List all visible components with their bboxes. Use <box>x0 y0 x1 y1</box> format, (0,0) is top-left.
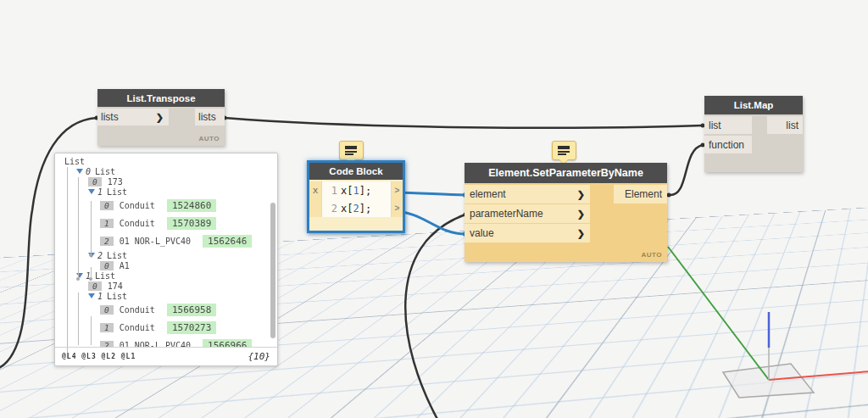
index-badge: 1 <box>100 323 114 332</box>
port-input-parametername[interactable]: parameterName ❯ <box>465 204 590 223</box>
chevron-right-icon: ❯ <box>577 209 585 220</box>
port-input-x[interactable]: x <box>309 181 321 199</box>
port-spacer <box>309 199 321 217</box>
tree-guide <box>91 316 92 345</box>
tree-item: List <box>55 156 269 166</box>
list-tree: List0List01731List0Conduit15248601Condui… <box>55 156 269 347</box>
element-id-chip: 1570273 <box>167 321 216 334</box>
preview-bubble[interactable]: List0List01731List0Conduit15248601Condui… <box>54 153 278 366</box>
tree-branch: 0List <box>55 166 269 176</box>
tree-item: 0173 <box>55 176 269 187</box>
port-output-element[interactable]: Element <box>614 185 667 203</box>
index-badge: 0 <box>100 201 114 210</box>
node-list-transpose[interactable]: List.Transpose lists ❯ lists AUTO <box>97 89 225 146</box>
wire-transpose-to-map[interactable] <box>225 118 703 128</box>
index-badge: 2 <box>100 237 114 246</box>
chevron-right-icon: ❯ <box>577 228 585 239</box>
port-output-lists[interactable]: lists <box>195 109 225 125</box>
element-id-chip: 1566958 <box>167 304 216 316</box>
tree-guide <box>91 201 92 254</box>
dynamo-workspace: List.Transpose lists ❯ lists AUTO List0L… <box>0 0 868 418</box>
chevron-right-icon: ❯ <box>577 189 585 200</box>
port-input-value[interactable]: value ❯ <box>465 224 590 242</box>
element-id-chip: 1562646 <box>203 235 252 248</box>
node-title[interactable]: List.Transpose <box>97 89 225 107</box>
node-list-map[interactable]: List.Map list function list <box>704 96 803 172</box>
tree-item: 0174 <box>55 281 269 291</box>
preview-footer: @L4 @L3 @L2 @L1 {10} <box>55 347 277 365</box>
element-id-chip: 1566966 <box>203 339 252 347</box>
index-badge: 2 <box>100 341 114 347</box>
comment-note-icon[interactable] <box>339 141 364 160</box>
tree-item: 201 NOR-L_PVC401562646 <box>55 232 269 250</box>
comment-note-icon[interactable] <box>552 141 576 160</box>
element-id-chip: 1570389 <box>167 217 216 230</box>
index-badge: 0 <box>88 281 102 291</box>
tree-item: 0A1 <box>55 260 269 270</box>
tree-branch: 1List <box>55 291 269 301</box>
list-count-label: {10} <box>248 351 271 362</box>
tree-item: 0Conduit1524860 <box>55 197 269 215</box>
tree-branch: 1List <box>55 187 269 197</box>
lacing-label[interactable]: AUTO <box>641 251 662 259</box>
tree-guide-dot <box>76 277 80 281</box>
wire-into-parametername[interactable] <box>405 215 465 418</box>
port-output-1[interactable]: > <box>392 181 403 199</box>
wire-element-to-function[interactable] <box>669 145 703 195</box>
index-badge: 1 <box>100 219 114 228</box>
tree-item: 201 NOR-L_PVC401566966 <box>55 337 269 347</box>
node-title[interactable]: Element.SetParameterByName <box>465 163 667 183</box>
scrollbar-thumb[interactable] <box>270 203 275 338</box>
port-input-function[interactable]: function <box>704 136 752 153</box>
code-line[interactable]: 2 x[2]; <box>321 199 392 217</box>
tree-guide <box>91 267 92 277</box>
tree-branch: 1List <box>55 270 269 281</box>
tree-branch: 2List <box>55 250 269 260</box>
index-badge: 0 <box>88 177 102 187</box>
collapse-triangle-icon[interactable] <box>88 293 95 298</box>
collapse-triangle-icon[interactable] <box>76 169 83 174</box>
port-output-2[interactable]: > <box>392 199 403 217</box>
tree-guide <box>67 167 68 359</box>
node-code-block[interactable]: Code Block x 1 x[1]; > 2 x[2]; > <box>307 160 405 233</box>
node-title[interactable]: List.Map <box>704 96 803 114</box>
lacing-levels-label[interactable]: @L4 @L3 @L2 @L1 <box>62 353 136 360</box>
lacing-label[interactable]: AUTO <box>198 135 220 142</box>
tree-item: 0Conduit1566958 <box>55 301 269 319</box>
tree-guide-dot <box>89 254 92 257</box>
port-input-lists[interactable]: lists ❯ <box>97 109 169 125</box>
chevron-right-icon: ❯ <box>156 112 164 123</box>
port-output-list[interactable]: list <box>767 116 803 134</box>
collapse-triangle-icon[interactable] <box>88 189 95 194</box>
tree-item: 1Conduit1570273 <box>55 319 269 337</box>
code-line[interactable]: 1 x[1]; <box>321 181 392 199</box>
tree-guide-dot <box>89 277 92 281</box>
element-id-chip: 1524860 <box>167 199 216 212</box>
tree-guide <box>78 293 79 345</box>
node-title[interactable]: Code Block <box>309 163 403 180</box>
tree-guide <box>78 177 79 277</box>
port-input-list[interactable]: list <box>704 116 752 134</box>
index-badge: 0 <box>100 305 114 315</box>
tree-item: 1Conduit1570389 <box>55 215 269 232</box>
port-input-element[interactable]: element ❯ <box>465 185 590 203</box>
node-element-setparameterbyname[interactable]: Element.SetParameterByName element ❯ par… <box>465 163 667 262</box>
index-badge: 0 <box>100 261 114 270</box>
